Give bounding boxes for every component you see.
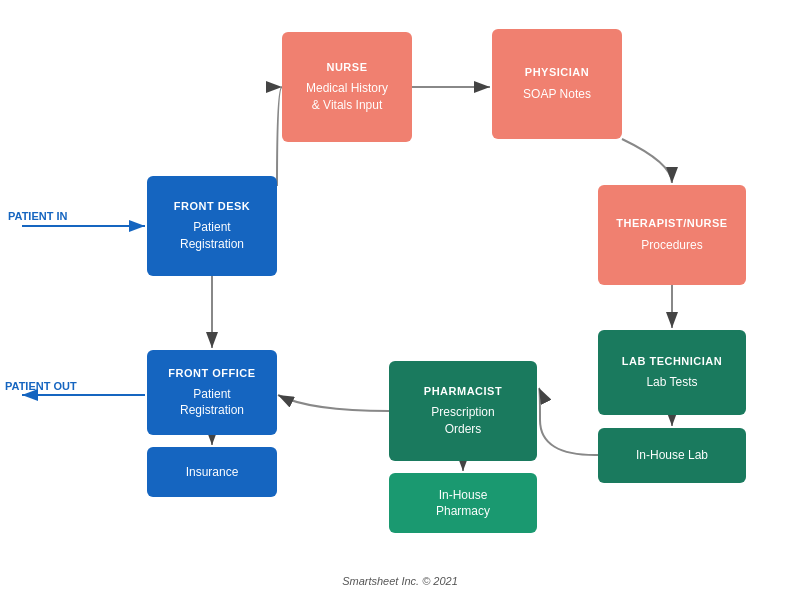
front-office-role: FRONT OFFICE [168, 367, 255, 380]
pharmacist-role: PHARMACIST [424, 385, 502, 398]
pharmacist-card: PHARMACIST PrescriptionOrders [389, 361, 537, 461]
front-desk-role: FRONT DESK [174, 200, 251, 213]
patient-out-label: PATIENT OUT [5, 380, 77, 392]
diagram-container: PATIENT IN PATIENT OUT NURSE Medical His… [0, 0, 800, 601]
therapist-role: THERAPIST/NURSE [616, 217, 727, 230]
inhouse-pharmacy-desc: In-HousePharmacy [436, 487, 490, 519]
front-office-card: FRONT OFFICE PatientRegistration [147, 350, 277, 435]
lab-technician-desc: Lab Tests [646, 374, 697, 390]
physician-card: PHYSICIAN SOAP Notes [492, 29, 622, 139]
front-desk-card: FRONT DESK PatientRegistration [147, 176, 277, 276]
insurance-card: Insurance [147, 447, 277, 497]
patient-in-label: PATIENT IN [8, 210, 67, 222]
inhouse-lab-card: In-House Lab [598, 428, 746, 483]
pharmacist-desc: PrescriptionOrders [431, 404, 494, 436]
inhouse-pharmacy-card: In-HousePharmacy [389, 473, 537, 533]
inhouse-lab-desc: In-House Lab [636, 447, 708, 463]
therapist-card: THERAPIST/NURSE Procedures [598, 185, 746, 285]
lab-technician-role: LAB TECHNICIAN [622, 355, 723, 368]
insurance-desc: Insurance [186, 464, 239, 480]
physician-desc: SOAP Notes [523, 86, 591, 102]
physician-role: PHYSICIAN [525, 66, 589, 79]
therapist-desc: Procedures [641, 237, 702, 253]
front-desk-desc: PatientRegistration [180, 219, 244, 251]
nurse-role: NURSE [326, 61, 367, 74]
nurse-desc: Medical History& Vitals Input [306, 80, 388, 112]
footer: Smartsheet Inc. © 2021 [0, 575, 800, 587]
lab-technician-card: LAB TECHNICIAN Lab Tests [598, 330, 746, 415]
front-office-desc: PatientRegistration [180, 386, 244, 418]
nurse-card: NURSE Medical History& Vitals Input [282, 32, 412, 142]
